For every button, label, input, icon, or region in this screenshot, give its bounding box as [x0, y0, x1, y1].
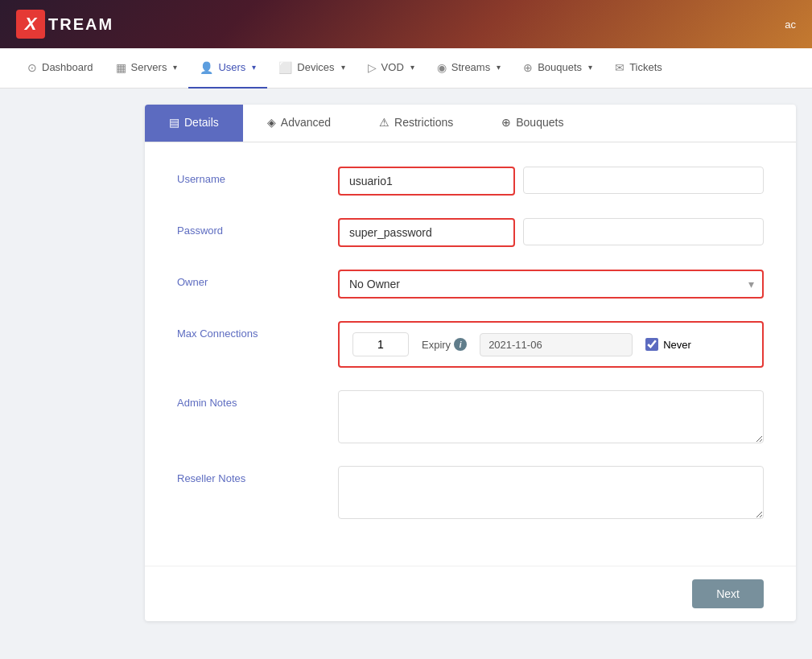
users-icon: 👤	[200, 61, 213, 74]
reseller-notes-row: Reseller Notes	[177, 466, 764, 519]
nav-item-dashboard[interactable]: ⊙ Dashboard	[16, 48, 105, 89]
servers-icon: ▦	[116, 61, 126, 74]
devices-chevron-icon: ▾	[341, 63, 345, 72]
bouquets-icon: ⊕	[523, 61, 533, 74]
tabs: ▤ Details ◈ Advanced ⚠ Restrictions ⊕ Bo…	[145, 105, 796, 142]
max-connections-label: Max Connections	[177, 321, 338, 340]
password-input[interactable]	[338, 218, 515, 247]
bouquets-chevron-icon: ▾	[588, 63, 592, 72]
admin-notes-label: Admin Notes	[177, 390, 338, 409]
expiry-info-icon[interactable]: i	[454, 338, 467, 351]
tab-details[interactable]: ▤ Details	[145, 105, 243, 142]
expiry-text: Expiry	[422, 339, 451, 351]
max-connections-input[interactable]	[352, 332, 409, 356]
streams-icon: ◉	[437, 61, 447, 74]
nav-item-servers[interactable]: ▦ Servers ▾	[105, 48, 189, 89]
password-row: Password	[177, 218, 764, 247]
header: X TREAM ac	[0, 0, 812, 48]
nav-label-streams: Streams	[451, 61, 490, 73]
nav-label-dashboard: Dashboard	[42, 61, 93, 73]
expiry-label-group: Expiry i	[422, 338, 467, 351]
form-card: ▤ Details ◈ Advanced ⚠ Restrictions ⊕ Bo…	[145, 105, 796, 621]
connections-wrapper: Expiry i Never	[338, 321, 764, 368]
reseller-notes-label: Reseller Notes	[177, 466, 338, 484]
nav-label-servers: Servers	[131, 61, 167, 73]
tab-details-label: Details	[184, 116, 219, 129]
nav-item-users[interactable]: 👤 Users ▾	[188, 48, 267, 89]
tab-advanced-label: Advanced	[281, 116, 331, 129]
tab-advanced[interactable]: ◈ Advanced	[243, 105, 355, 142]
nav-label-tickets: Tickets	[629, 61, 662, 73]
username-input[interactable]	[338, 167, 515, 196]
username-label: Username	[177, 167, 338, 185]
nav-item-devices[interactable]: ⬜ Devices ▾	[267, 48, 356, 89]
header-user: ac	[785, 19, 796, 31]
advanced-tab-icon: ◈	[267, 116, 276, 129]
nav-label-vod: VOD	[381, 61, 404, 73]
users-chevron-icon: ▾	[252, 63, 256, 72]
nav-item-streams[interactable]: ◉ Streams ▾	[426, 48, 512, 89]
password-label: Password	[177, 218, 338, 237]
form-body: Username Password Owner No Owner ▾	[145, 142, 796, 566]
streams-chevron-icon: ▾	[497, 63, 501, 72]
servers-chevron-icon: ▾	[173, 63, 177, 72]
owner-select-wrapper: No Owner ▾	[338, 270, 764, 299]
never-label: Never	[663, 339, 691, 351]
logo-text: TREAM	[48, 15, 113, 34]
never-checkbox-group: Never	[645, 338, 691, 351]
tab-restrictions[interactable]: ⚠ Restrictions	[355, 105, 477, 142]
tab-bouquets[interactable]: ⊕ Bouquets	[477, 105, 587, 142]
restrictions-tab-icon: ⚠	[379, 116, 390, 129]
vod-chevron-icon: ▾	[410, 63, 414, 72]
nav-label-bouquets: Bouquets	[538, 61, 582, 73]
dashboard-icon: ⊙	[27, 61, 37, 74]
nav-label-devices: Devices	[297, 61, 334, 73]
nav-label-users: Users	[218, 61, 245, 73]
owner-row: Owner No Owner ▾	[177, 270, 764, 299]
nav: ⊙ Dashboard ▦ Servers ▾ 👤 Users ▾ ⬜ Devi…	[0, 48, 812, 89]
admin-notes-textarea[interactable]	[338, 390, 764, 443]
owner-select[interactable]: No Owner	[338, 270, 764, 299]
expiry-date-input[interactable]	[480, 333, 633, 356]
logo-x-icon: X	[16, 10, 45, 39]
max-connections-row: Max Connections Expiry i Never	[177, 321, 764, 368]
admin-notes-row: Admin Notes	[177, 390, 764, 443]
owner-label: Owner	[177, 270, 338, 288]
never-checkbox[interactable]	[645, 338, 658, 351]
tab-restrictions-label: Restrictions	[394, 116, 453, 129]
nav-item-bouquets[interactable]: ⊕ Bouquets ▾	[512, 48, 604, 89]
main-content: ▤ Details ◈ Advanced ⚠ Restrictions ⊕ Bo…	[0, 89, 812, 659]
logo: X TREAM	[16, 10, 113, 39]
tickets-icon: ✉	[615, 61, 624, 74]
details-tab-icon: ▤	[169, 116, 179, 129]
tab-bouquets-label: Bouquets	[516, 116, 563, 129]
bouquets-tab-icon: ⊕	[501, 116, 511, 129]
vod-icon: ▷	[368, 61, 377, 74]
nav-item-vod[interactable]: ▷ VOD ▾	[357, 48, 426, 89]
form-footer: Next	[145, 566, 796, 621]
next-button[interactable]: Next	[692, 579, 764, 608]
password-extra-input[interactable]	[523, 218, 764, 245]
reseller-notes-textarea[interactable]	[338, 466, 764, 519]
username-row: Username	[177, 167, 764, 196]
devices-icon: ⬜	[278, 61, 292, 74]
nav-item-tickets[interactable]: ✉ Tickets	[604, 48, 674, 89]
username-extra-input[interactable]	[523, 167, 764, 194]
